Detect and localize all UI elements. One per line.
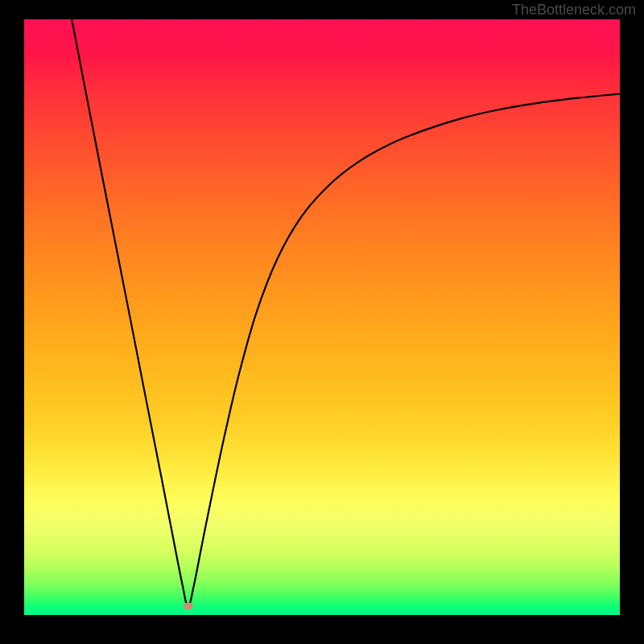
chart-wrapper: TheBottleneck.com [0,0,644,644]
curve-svg [24,19,620,615]
plot-area [24,19,620,615]
credit-label: TheBottleneck.com [512,2,636,19]
bottleneck-curve [72,19,620,607]
optimum-marker [184,602,193,609]
